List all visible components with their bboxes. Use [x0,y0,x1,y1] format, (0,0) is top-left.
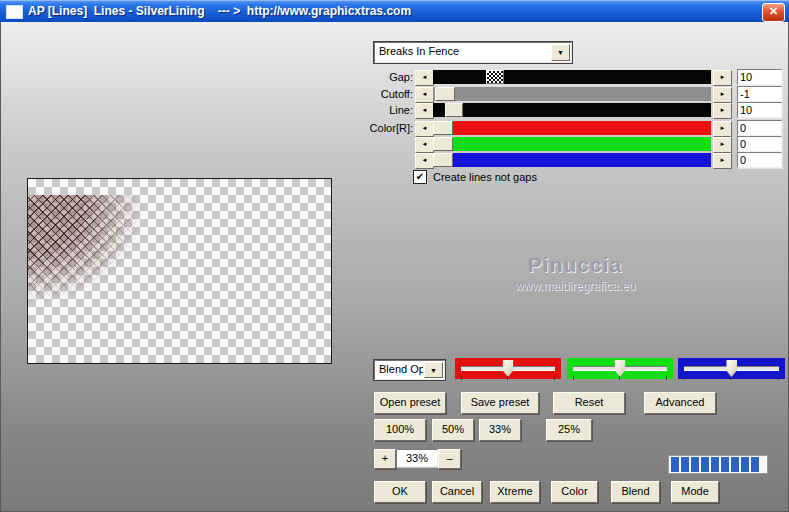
blend-button[interactable]: Blend [611,481,660,503]
zoom-out-button[interactable]: – [438,449,461,469]
create-lines-checkbox-label[interactable]: Create lines not gaps [433,171,537,183]
arrow-right-icon[interactable]: ► [713,87,732,103]
open-preset-button[interactable]: Open preset [374,392,446,414]
preview-crosshatch-effect [28,195,168,317]
blend-green-trackbar-thumb[interactable] [615,360,626,377]
blend-options-dropdown-value: Blend Opti [379,363,423,375]
line-slider-track[interactable] [433,103,711,117]
gap-slider-track[interactable] [433,70,711,84]
color-green-slider-thumb[interactable] [433,137,453,151]
color-red-slider-thumb[interactable] [433,121,453,135]
gap-slider-thumb[interactable] [486,70,504,84]
blend-options-dropdown[interactable]: Blend Opti ▼ [374,360,445,380]
tick-mark [619,376,620,380]
watermark: Pinuccia www.maidiregrafica.eu [455,253,695,293]
line-value-field[interactable]: 10 [737,102,782,118]
progress-segment [711,457,719,472]
tick-mark [730,376,731,380]
color-blue-slider-track[interactable] [433,153,711,167]
mode-button[interactable]: Mode [671,481,719,503]
ok-button[interactable]: OK [374,481,426,503]
slider-label: Color[R]: [351,122,413,134]
blend-blue-trackbar[interactable] [678,358,785,379]
chevron-down-icon[interactable]: ▼ [424,362,443,378]
progress-segment [741,457,749,472]
arrow-left-icon[interactable]: ◄ [415,153,434,169]
progress-segment [671,457,679,472]
cutoff-slider-thumb[interactable] [435,87,455,101]
preset-dropdown-value: Breaks In Fence [379,45,459,57]
plugin-dialog-window: AP [Lines] Lines - SilverLining --- > ht… [0,0,789,512]
slider-label: Line: [351,104,413,116]
tick-mark [573,376,574,380]
progress-segment [721,457,729,472]
arrow-left-icon[interactable]: ◄ [415,70,434,86]
arrow-right-icon[interactable]: ► [713,153,732,169]
line-slider-thumb[interactable] [445,103,463,117]
title-bar[interactable]: AP [Lines] Lines - SilverLining --- > ht… [0,0,789,22]
gap-value-field[interactable]: 10 [737,69,782,85]
progress-segment [691,457,699,472]
arrow-right-icon[interactable]: ► [713,103,732,119]
tick-mark [554,376,555,380]
tick-mark [666,376,667,380]
blend-green-trackbar[interactable] [567,358,673,379]
tick-mark [461,376,462,380]
progress-bar [668,455,768,474]
progress-segment [701,457,709,472]
blend-red-trackbar-thumb[interactable] [503,360,514,377]
preset-dropdown[interactable]: Breaks In Fence ▼ [374,42,572,63]
blend-blue-trackbar-thumb[interactable] [726,360,737,377]
xtreme-button[interactable]: Xtreme [490,481,540,503]
progress-segment [731,457,739,472]
cutoff-value-field[interactable]: -1 [737,86,782,102]
tick-mark [507,376,508,380]
zoom-level-field[interactable]: 33% [396,449,438,467]
zoom-25-button[interactable]: 25% [546,419,592,441]
preview-canvas[interactable] [27,178,332,364]
arrow-left-icon[interactable]: ◄ [415,121,434,137]
blend-red-trackbar[interactable] [455,358,561,379]
cutoff-slider-track[interactable] [433,87,711,101]
close-button[interactable]: ✕ [762,3,785,22]
watermark-name: Pinuccia [455,253,695,277]
watermark-site: www.maidiregrafica.eu [455,279,695,293]
tick-mark [684,376,685,380]
color-blue-slider-thumb[interactable] [433,153,453,167]
tick-mark [778,376,779,380]
color-blue-value-field[interactable]: 0 [737,152,782,168]
create-lines-checkbox[interactable]: ✔ [413,170,427,184]
zoom-100-button[interactable]: 100% [374,419,426,441]
arrow-right-icon[interactable]: ► [713,70,732,86]
window-icon [6,5,23,19]
color-red-slider-track[interactable] [433,121,711,135]
save-preset-button[interactable]: Save preset [461,392,539,414]
window-title: AP [Lines] Lines - SilverLining --- > ht… [28,0,411,22]
arrow-left-icon[interactable]: ◄ [415,87,434,103]
color-button[interactable]: Color [551,481,598,503]
arrow-right-icon[interactable]: ► [713,121,732,137]
reset-button[interactable]: Reset [553,392,625,414]
advanced-button[interactable]: Advanced [644,392,716,414]
progress-segment [751,457,759,472]
arrow-left-icon[interactable]: ◄ [415,137,434,153]
chevron-down-icon[interactable]: ▼ [551,44,570,61]
color-red-value-field[interactable]: 0 [737,120,782,136]
arrow-right-icon[interactable]: ► [713,137,732,153]
zoom-33-button[interactable]: 33% [479,419,521,441]
zoom-in-button[interactable]: + [374,449,396,469]
progress-segment [681,457,689,472]
arrow-left-icon[interactable]: ◄ [415,103,434,119]
slider-label: Cutoff: [351,88,413,100]
zoom-50-button[interactable]: 50% [432,419,474,441]
cancel-button[interactable]: Cancel [432,481,482,503]
color-green-slider-track[interactable] [433,137,711,151]
slider-label: Gap: [351,71,413,83]
color-green-value-field[interactable]: 0 [737,136,782,152]
